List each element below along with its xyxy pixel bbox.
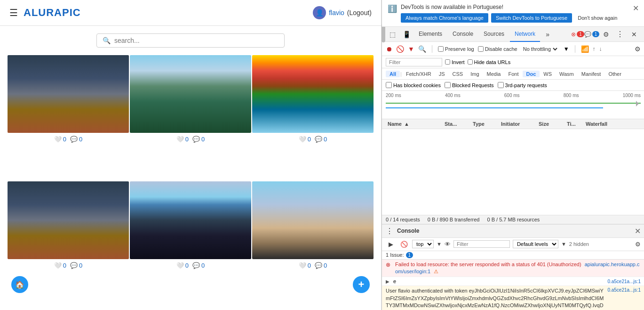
expand-arrow-icon[interactable]: ▶ — [386, 279, 390, 284]
tab-sources[interactable]: Sources — [479, 27, 509, 42]
comment-icon: 💬 — [315, 136, 322, 143]
search-button[interactable]: 🔍 — [418, 45, 426, 53]
invert-input[interactable] — [445, 59, 450, 65]
like-action[interactable]: 🤍 0 — [176, 262, 189, 269]
console-three-dot[interactable]: ⋮ — [386, 227, 393, 236]
more-options-button[interactable]: ⋮ — [613, 28, 627, 41]
hide-data-urls-checkbox[interactable]: Hide data URLs — [468, 59, 511, 65]
hamburger-menu[interactable]: ☰ — [9, 7, 18, 18]
type-btn-font[interactable]: Font — [505, 71, 523, 77]
has-blocked-cookies-checkbox[interactable]: Has blocked cookies — [386, 82, 441, 88]
filter-input[interactable] — [386, 58, 442, 66]
more-tabs-button[interactable]: » — [541, 28, 554, 41]
record-button[interactable]: ⏺ — [386, 45, 392, 53]
th-type[interactable]: Type — [471, 120, 499, 128]
comment-action[interactable]: 💬 0 — [70, 136, 82, 143]
context-select[interactable]: top — [412, 240, 434, 248]
clear-button[interactable]: 🚫 — [396, 45, 404, 53]
type-btn-wasm[interactable]: Wasm — [556, 71, 578, 77]
like-action[interactable]: 🤍 0 — [299, 136, 311, 143]
console-messages[interactable]: ⊗ Failed to load resource: the server re… — [382, 260, 644, 310]
th-status[interactable]: Sta... — [443, 120, 471, 128]
image-container[interactable] — [130, 55, 251, 133]
issues-badge: 1 — [406, 252, 413, 258]
logout-link[interactable]: (Logout) — [347, 9, 372, 16]
preserve-log-checkbox[interactable]: Preserve log — [438, 46, 474, 52]
comment-action[interactable]: 💬 0 — [192, 136, 205, 143]
th-waterfall[interactable]: Waterfall — [584, 120, 641, 128]
type-btn-fetch[interactable]: Fetch/XHR — [402, 71, 435, 77]
like-action[interactable]: 🤍 0 — [299, 262, 311, 269]
image-container[interactable] — [252, 55, 374, 133]
disable-cache-input[interactable] — [478, 46, 484, 52]
preserve-log-input[interactable] — [438, 46, 444, 52]
close-devtools-button[interactable]: ✕ — [628, 28, 641, 41]
th-time[interactable]: Ti... — [565, 120, 584, 128]
console-error-message: ⊗ Failed to load resource: the server re… — [382, 260, 644, 277]
type-btn-manifest[interactable]: Manifest — [578, 71, 605, 77]
scrollbar[interactable] — [381, 0, 382, 310]
th-name[interactable]: Name ▲ — [386, 120, 443, 128]
like-action[interactable]: 🤍 0 — [54, 262, 66, 269]
type-btn-media[interactable]: Media — [483, 71, 505, 77]
eye-button[interactable]: 👁 — [445, 241, 451, 248]
type-btn-css[interactable]: CSS — [449, 71, 467, 77]
type-btn-doc[interactable]: Doc — [523, 71, 540, 77]
invert-checkbox[interactable]: Invert — [445, 59, 465, 65]
inspect-element-button[interactable]: ⬚ — [386, 28, 399, 41]
username-link[interactable]: flavio — [329, 9, 344, 16]
comment-count: 0 — [79, 136, 82, 143]
type-btn-other[interactable]: Other — [604, 71, 625, 77]
filter-button[interactable]: ▼ — [408, 45, 414, 53]
th-size[interactable]: Size — [537, 120, 565, 128]
device-toolbar-button[interactable]: 📱 — [400, 28, 413, 41]
execute-console-button[interactable]: ▶ — [386, 239, 396, 249]
third-party-input[interactable] — [498, 82, 504, 88]
th-initiator[interactable]: Initiator — [499, 120, 537, 128]
image-container[interactable] — [8, 181, 129, 259]
comment-action[interactable]: 💬 0 — [315, 136, 327, 143]
type-btn-all[interactable]: All — [386, 71, 400, 77]
blocked-requests-input[interactable] — [445, 82, 451, 88]
log-level-select[interactable]: Default levels — [513, 240, 558, 248]
search-input[interactable] — [114, 37, 278, 44]
blocked-cookies-input[interactable] — [386, 82, 392, 88]
source-link-1[interactable]: 0.a5ce21a...js:1 — [607, 279, 641, 284]
image-container[interactable] — [130, 181, 251, 259]
comment-count: 0 — [324, 262, 327, 269]
tab-elements[interactable]: Elements — [414, 27, 447, 42]
blocked-requests-checkbox[interactable]: Blocked Requests — [445, 82, 494, 88]
close-notification-button[interactable]: ✕ — [633, 4, 639, 13]
level-dropdown-arrow: ▼ — [561, 241, 566, 247]
throttle-select[interactable]: No throttling Fast 3G Slow 3G — [521, 46, 559, 52]
like-action[interactable]: 🤍 0 — [176, 136, 189, 143]
source-link-2[interactable]: 0.a5ce21a...js:1 — [607, 287, 641, 293]
tab-console[interactable]: Console — [448, 27, 478, 42]
console-filter-input[interactable] — [453, 240, 510, 248]
comment-action[interactable]: 💬 0 — [192, 262, 205, 269]
tab-network[interactable]: Network — [510, 27, 540, 42]
type-btn-img[interactable]: Img — [467, 71, 483, 77]
console-settings-button[interactable]: ⚙ — [635, 241, 641, 248]
network-settings-icon[interactable]: ⚙ — [635, 45, 641, 53]
like-action[interactable]: 🤍 0 — [54, 136, 66, 143]
comment-action[interactable]: 💬 0 — [70, 262, 82, 269]
settings-button[interactable]: ⚙ — [599, 28, 612, 41]
add-fab-button[interactable]: + — [353, 276, 370, 293]
match-language-button[interactable]: Always match Chrome's language — [401, 13, 488, 23]
dont-show-again-button[interactable]: Don't show again — [575, 13, 620, 23]
error-message-content: Failed to load resource: the server resp… — [395, 261, 641, 276]
type-btn-ws[interactable]: WS — [540, 71, 556, 77]
close-console-button[interactable]: ✕ — [635, 227, 641, 236]
comment-action[interactable]: 💬 0 — [315, 262, 327, 269]
switch-devtools-button[interactable]: Switch DevTools to Portuguese — [491, 13, 572, 23]
image-container[interactable] — [252, 181, 374, 259]
image-container[interactable] — [8, 55, 129, 133]
third-party-checkbox[interactable]: 3rd-party requests — [498, 82, 547, 88]
home-fab-button[interactable]: 🏠 — [11, 276, 28, 293]
disable-cache-checkbox[interactable]: Disable cache — [478, 46, 517, 52]
clear-console-button[interactable]: 🚫 — [399, 239, 409, 249]
type-btn-js[interactable]: JS — [435, 71, 449, 77]
hide-data-urls-input[interactable] — [468, 59, 473, 65]
error-resource-link[interactable]: apialurapic.herokuapp.com/user/login:1 — [395, 261, 639, 274]
